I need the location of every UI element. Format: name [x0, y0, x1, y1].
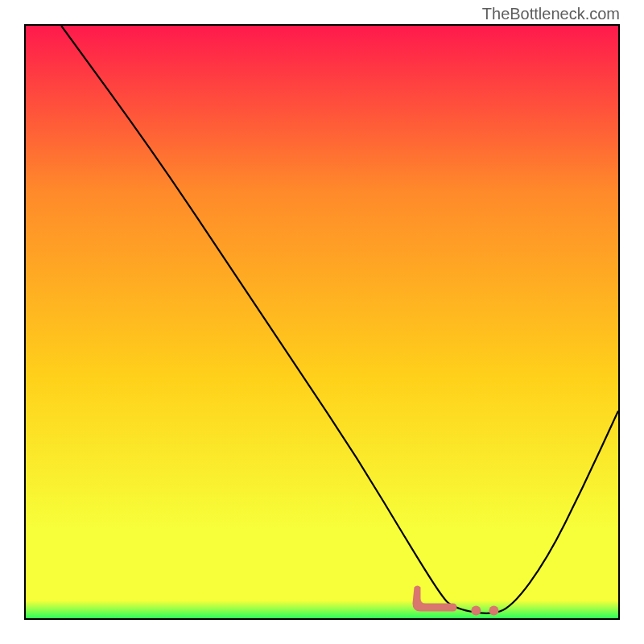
gradient-background: [26, 26, 618, 618]
watermark-text: TheBottleneck.com: [482, 5, 620, 23]
chart-svg: [26, 26, 618, 618]
data-mark: [489, 605, 498, 615]
data-mark: [471, 605, 481, 615]
chart-frame: [24, 24, 620, 620]
